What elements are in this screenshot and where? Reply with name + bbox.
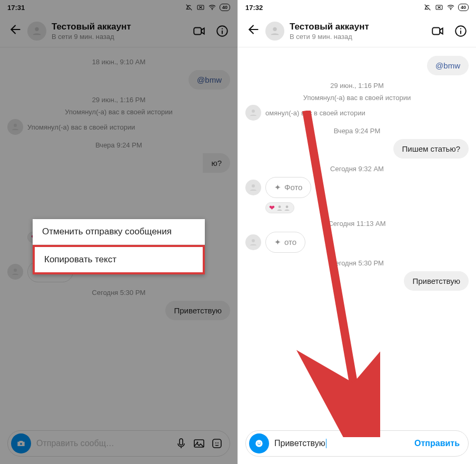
sticker-quick-button[interactable]	[249, 433, 269, 453]
message-photo[interactable]: ✦Фото	[265, 177, 311, 198]
message-photo[interactable]: ✦ото	[265, 232, 305, 253]
svg-point-29	[257, 442, 259, 443]
svg-point-9	[14, 269, 17, 272]
close-box-icon	[196, 3, 205, 12]
menu-copy-text[interactable]: Копировать текст	[33, 245, 205, 274]
sticker-icon[interactable]	[211, 437, 223, 450]
svg-point-5	[222, 28, 223, 29]
time-separator: Сегодня 5:30 PM	[245, 259, 469, 267]
tap-icon: ✦	[274, 183, 281, 192]
avatar[interactable]	[27, 22, 46, 41]
avatar[interactable]	[245, 105, 261, 121]
svg-rect-14	[213, 439, 221, 448]
chat-header: Тестовый аккаунт В сети 9 мин. назад	[238, 15, 476, 47]
tap-icon: ✦	[274, 238, 281, 246]
svg-point-1	[212, 9, 213, 10]
svg-rect-20	[432, 27, 440, 34]
avatar[interactable]	[245, 234, 261, 250]
chat-title: Тестовый аккаунт	[52, 22, 190, 32]
message-bubble[interactable]: Приветствую	[165, 301, 230, 320]
info-button[interactable]	[213, 22, 231, 40]
avatar[interactable]	[7, 264, 23, 280]
svg-point-23	[252, 110, 255, 113]
time-separator: 29 июн., 1:16 PM	[245, 82, 469, 90]
status-bar: 17:32 40	[238, 0, 476, 15]
wifi-icon	[447, 3, 455, 12]
text-caret	[326, 439, 326, 448]
close-box-icon	[435, 3, 443, 12]
time-separator: Вчера 9:24 PM	[245, 127, 469, 135]
silent-icon	[423, 3, 432, 12]
svg-point-15	[215, 442, 216, 443]
phone-left: 17:31 40 Тестовый аккаунт В сети 9 мин. …	[0, 0, 238, 464]
story-mention: омянул(-а) вас в своей истории	[265, 109, 365, 117]
chat-body[interactable]: @bmw 29 июн., 1:16 PM Упомянул(-а) вас в…	[238, 47, 476, 425]
message-input[interactable]: Приветствую	[269, 439, 410, 449]
message-bubble[interactable]: Пишем статью?	[393, 139, 469, 159]
time-separator: 18 июн., 9:10 AM	[7, 58, 230, 66]
context-menu: Отменить отправку сообщения Копировать т…	[33, 219, 205, 274]
video-call-button[interactable]	[190, 22, 208, 40]
avatar[interactable]	[265, 22, 284, 41]
video-call-button[interactable]	[429, 22, 447, 40]
battery-indicator: 40	[220, 4, 230, 11]
info-button[interactable]	[452, 22, 470, 40]
status-time: 17:31	[7, 4, 25, 12]
svg-point-22	[460, 28, 461, 29]
composer: Приветствую Отправить	[245, 430, 469, 457]
time-separator: Вчера 9:24 PM	[7, 141, 230, 149]
chat-header: Тестовый аккаунт В сети 9 мин. назад	[0, 15, 237, 47]
battery-indicator: 40	[458, 4, 469, 11]
time-separator: Сегодня 11:13 AM	[245, 220, 469, 228]
camera-button[interactable]	[11, 433, 31, 453]
phone-right: 17:32 40 Тестовый аккаунт В сети 9 мин. …	[238, 0, 476, 464]
svg-point-16	[217, 442, 219, 443]
svg-point-26	[286, 205, 289, 208]
svg-rect-3	[194, 27, 201, 34]
status-bar: 17:31 40	[0, 0, 237, 15]
chat-subtitle: В сети 9 мин. назад	[290, 33, 429, 41]
reaction-bar[interactable]: ❤	[265, 202, 294, 213]
silent-icon	[185, 3, 193, 12]
chat-subtitle: В сети 9 мин. назад	[52, 33, 190, 41]
svg-point-6	[14, 124, 17, 127]
story-mention: Упомянул(-а) вас в своей истории	[27, 123, 135, 131]
svg-point-25	[279, 205, 281, 208]
back-button[interactable]	[5, 23, 26, 40]
composer	[7, 430, 230, 457]
svg-point-27	[252, 239, 255, 242]
story-mention: Упомянул(-а) вас в своей истории	[7, 108, 230, 116]
heart-icon: ❤	[269, 204, 275, 212]
svg-rect-11	[180, 439, 183, 445]
mic-icon[interactable]	[175, 437, 187, 450]
avatar[interactable]	[245, 180, 261, 195]
wifi-icon	[208, 3, 216, 12]
back-button[interactable]	[243, 23, 264, 40]
message-input[interactable]	[31, 439, 175, 448]
message-bubble[interactable]: @bmw	[189, 70, 230, 90]
time-separator: Сегодня 5:30 PM	[7, 289, 230, 297]
svg-point-10	[20, 442, 23, 445]
time-separator: 29 июн., 1:16 PM	[7, 96, 230, 104]
send-button[interactable]: Отправить	[410, 439, 464, 448]
time-separator: Сегодня 9:32 AM	[245, 165, 469, 173]
chat-title: Тестовый аккаунт	[290, 22, 429, 32]
menu-unsend[interactable]: Отменить отправку сообщения	[33, 219, 205, 244]
svg-point-19	[273, 27, 276, 31]
message-bubble-partial[interactable]: ю?	[203, 153, 230, 173]
image-icon[interactable]	[193, 437, 205, 450]
status-time: 17:32	[245, 4, 263, 12]
svg-point-24	[252, 184, 255, 187]
avatar[interactable]	[7, 119, 23, 135]
svg-point-30	[260, 442, 261, 443]
svg-point-28	[255, 440, 262, 447]
story-mention: Упомянул(-а) вас в своей истории	[245, 94, 469, 102]
message-bubble[interactable]: @bmw	[427, 56, 469, 75]
message-bubble[interactable]: Приветствую	[404, 271, 469, 291]
svg-point-2	[35, 27, 38, 31]
svg-point-18	[450, 9, 451, 10]
